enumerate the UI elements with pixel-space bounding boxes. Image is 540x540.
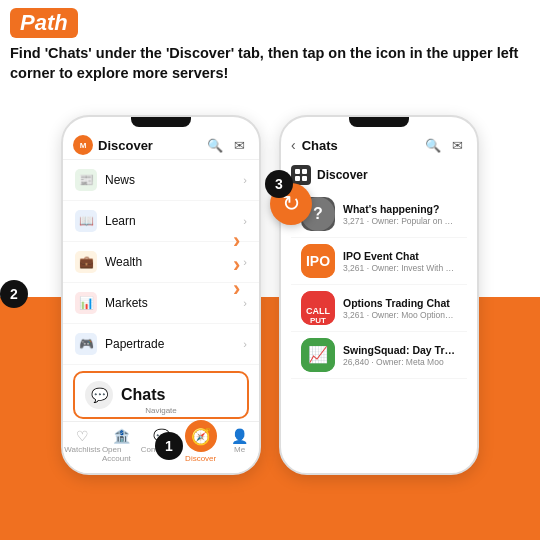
markets-chevron: › [243,297,247,309]
arrow-2: › [233,254,240,276]
svg-rect-2 [295,176,300,181]
learn-icon: 📖 [75,210,97,232]
header: Path Find 'Chats' under the 'Discover' t… [10,8,530,83]
wealth-label: Wealth [105,255,243,269]
open-account-label: Open Account [102,445,141,463]
chat-item-2[interactable]: IPO IPO Event Chat 3,261 · Owner: Invest… [291,238,467,285]
svg-text:?: ? [313,205,323,222]
chat2-meta: 3,261 · Owner: Invest With Cici [343,263,457,273]
chat-item-3[interactable]: CALL PUT Options Trading Chat 3,261 · Ow… [291,285,467,332]
discover-active-circle: 🧭 [185,420,217,452]
phone1-notch [131,117,191,127]
chats-label: Chats [121,386,165,404]
menu-item-wealth[interactable]: 💼 Wealth › [63,242,259,283]
chat3-info: Options Trading Chat 3,261 · Owner: Moo … [343,297,457,320]
nav-discover[interactable]: 🧭 Discover [181,426,220,463]
step-badge-2: 2 [0,280,28,308]
phone1-search-icon[interactable]: 🔍 [205,135,225,155]
navigate-label: Navigate [63,406,259,415]
step-badge-1: 1 [155,432,183,460]
chat4-meta: 26,840 · Owner: Meta Moo [343,357,457,367]
svg-text:CALL: CALL [306,306,330,316]
chat-item-4[interactable]: 📈 SwingSquad: Day Trading and TA 26,840 … [291,332,467,379]
chats-icon: 💬 [85,381,113,409]
phone1-title: Discover [98,138,201,153]
back-arrow-icon[interactable]: ‹ [291,137,296,153]
chat4-info: SwingSquad: Day Trading and TA 26,840 · … [343,344,457,367]
papertrade-label: Papertrade [105,337,243,351]
discover-label: Discover [185,454,216,463]
discover-section-label: Discover [317,168,368,182]
chat3-avatar: CALL PUT [301,291,335,325]
news-label: News [105,173,243,187]
chat4-name: SwingSquad: Day Trading and TA [343,344,457,356]
svg-text:📈: 📈 [308,345,328,364]
chat1-info: What's happening? 3,271 · Owner: Popular… [343,203,457,226]
papertrade-chevron: › [243,338,247,350]
chat3-name: Options Trading Chat [343,297,457,309]
me-icon: 👤 [231,428,248,444]
headline: Find 'Chats' under the 'Discover' tab, t… [10,44,530,83]
phone1-content: M Discover 🔍 ✉ 📰 News › 📖 Learn › 💼 Weal… [63,117,259,419]
phone1-topbar: M Discover 🔍 ✉ [63,129,259,160]
phone-2: ‹ Chats 🔍 ✉ Discover [279,115,479,475]
phones-container: M Discover 🔍 ✉ 📰 News › 📖 Learn › 💼 Weal… [15,115,525,475]
arrow-3: › [233,278,240,300]
watchlists-label: Watchlists [64,445,100,454]
menu-item-papertrade[interactable]: 🎮 Papertrade › [63,324,259,365]
moo-logo: M [73,135,93,155]
svg-text:PUT: PUT [310,316,326,325]
chat2-avatar: IPO [301,244,335,278]
nav-me[interactable]: 👤 Me [220,426,259,454]
chat3-meta: 3,261 · Owner: Moo Options Explorer [343,310,457,320]
learn-chevron: › [243,215,247,227]
phone2-title: Chats [302,138,419,153]
chat2-info: IPO Event Chat 3,261 · Owner: Invest Wit… [343,250,457,273]
discover-section: Discover ? What's happening? 3,271 · Own… [281,159,477,383]
me-label: Me [234,445,245,454]
svg-rect-1 [302,169,307,174]
wealth-icon: 💼 [75,251,97,273]
chat-item-1[interactable]: ? What's happening? 3,271 · Owner: Popul… [291,191,467,238]
news-chevron: › [243,174,247,186]
nav-watchlists[interactable]: ♡ Watchlists [63,426,102,454]
svg-rect-3 [302,176,307,181]
phone1-mail-icon[interactable]: ✉ [229,135,249,155]
menu-item-news[interactable]: 📰 News › [63,160,259,201]
phone2-topbar: ‹ Chats 🔍 ✉ [281,129,477,159]
watchlists-icon: ♡ [76,428,89,444]
arrows-container: › › › [233,230,240,300]
arrow-1: › [233,230,240,252]
phone2-mail-icon[interactable]: ✉ [447,135,467,155]
svg-rect-0 [295,169,300,174]
markets-label: Markets [105,296,243,310]
wealth-chevron: › [243,256,247,268]
chat1-meta: 3,271 · Owner: Popular on moomoo [343,216,457,226]
learn-label: Learn [105,214,243,228]
phone2-notch [349,117,409,127]
chat1-name: What's happening? [343,203,457,215]
papertrade-icon: 🎮 [75,333,97,355]
open-account-icon: 🏦 [113,428,130,444]
phone-1: M Discover 🔍 ✉ 📰 News › 📖 Learn › 💼 Weal… [61,115,261,475]
discover-row: Discover [291,165,467,185]
chat4-avatar: 📈 [301,338,335,372]
path-title: Path [20,10,68,35]
phone2-content: ‹ Chats 🔍 ✉ Discover [281,117,477,383]
markets-icon: 📊 [75,292,97,314]
menu-item-markets[interactable]: 📊 Markets › [63,283,259,324]
path-badge: Path [10,8,78,38]
menu-item-learn[interactable]: 📖 Learn › [63,201,259,242]
step-badge-3: 3 [265,170,293,198]
phone2-search-icon[interactable]: 🔍 [423,135,443,155]
nav-open-account[interactable]: 🏦 Open Account [102,426,141,463]
news-icon: 📰 [75,169,97,191]
navigate-wrapper: Navigate [63,406,259,417]
discover-section-icon [291,165,311,185]
chat2-name: IPO Event Chat [343,250,457,262]
discover-icon: 🧭 [191,427,211,446]
svg-text:IPO: IPO [306,253,330,269]
